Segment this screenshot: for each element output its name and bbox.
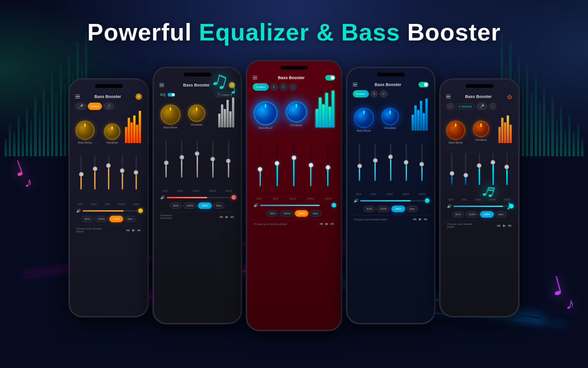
preset-160-5[interactable]: 160% <box>480 211 493 218</box>
prev-btn-2[interactable]: ⏮ <box>220 215 223 219</box>
preset-60-5[interactable]: 60% <box>452 211 464 218</box>
slider-125-2[interactable] <box>197 141 198 182</box>
vol-track-1[interactable] <box>83 210 141 212</box>
play-btn-5[interactable]: ▶ <box>503 224 506 228</box>
vol-track-2[interactable] <box>167 197 234 198</box>
prev-btn-1[interactable]: ⏮ <box>126 228 130 232</box>
preset-max-5[interactable]: Max <box>495 211 507 218</box>
virt-knob-5[interactable] <box>473 121 489 137</box>
preset-100-2[interactable]: 100% <box>183 202 197 209</box>
tab-custom-4[interactable]: Custom <box>353 90 369 98</box>
eq-toggle-2[interactable] <box>168 93 175 97</box>
next-btn-5[interactable]: ⏭ <box>508 224 512 228</box>
phone-2-spectrum <box>218 98 234 135</box>
preset-100-4[interactable]: 100% <box>377 206 390 212</box>
preset-max-4[interactable]: Max <box>407 206 418 212</box>
preset-160-2[interactable]: 160% <box>198 202 211 209</box>
custom-dropdown-2[interactable]: 🎵 Custom ▾ <box>215 92 234 97</box>
freq-31-2: 31HZ <box>162 190 168 192</box>
tab-custom-3[interactable]: Custom <box>253 83 269 91</box>
phone-5-player: Choose your favorite player ⏮ ▶ ⏭ <box>444 220 514 230</box>
vol-track-3[interactable] <box>260 205 334 206</box>
tab-dance-1[interactable]: Dance <box>88 103 102 110</box>
preset-160-1[interactable]: 160% <box>109 216 123 222</box>
tab-arr-3[interactable]: ↓ <box>289 83 297 91</box>
tab-music-1[interactable]: 🎵 <box>103 103 114 110</box>
slider-31-3[interactable] <box>260 145 261 186</box>
next-btn-2[interactable]: ⏭ <box>231 215 234 219</box>
virt-knob-4[interactable] <box>381 108 399 125</box>
slider-250-1[interactable] <box>122 155 123 196</box>
preset-100-1[interactable]: 100% <box>95 216 108 222</box>
tab-mic-5[interactable]: 🎤 <box>476 103 487 110</box>
virt-knob-2[interactable] <box>188 104 205 122</box>
preset-max-3[interactable]: Max <box>310 210 321 217</box>
tab-mic-1[interactable]: 🎤 <box>75 103 86 110</box>
phone-5-knobs: Bass Boost Virtualizer <box>446 121 489 144</box>
play-btn-4[interactable]: ▶ <box>419 217 422 221</box>
slider-500-5[interactable] <box>506 153 508 194</box>
knob-virt-3: Virtualizer <box>286 101 307 129</box>
preset-60-2[interactable]: 60% <box>170 202 182 209</box>
slider-500-3[interactable] <box>327 145 328 186</box>
toggle-4[interactable] <box>418 82 429 87</box>
slider-125-4[interactable] <box>390 144 391 185</box>
slider-31-2[interactable] <box>165 141 167 182</box>
slider-500-4[interactable] <box>421 144 423 185</box>
prev-btn-3[interactable]: ⏮ <box>320 222 323 226</box>
slider-250-5[interactable] <box>492 153 494 194</box>
slider-62-5[interactable] <box>465 153 466 194</box>
phone-4-tabs: Custom 8 V <box>351 90 430 98</box>
next-btn-1[interactable]: ⏭ <box>137 228 141 232</box>
tab-plus-5[interactable]: + <box>446 103 454 110</box>
tab-b-4[interactable]: 8 <box>370 90 378 98</box>
slider-62-1[interactable] <box>94 155 96 196</box>
slider-125-5[interactable] <box>479 153 480 194</box>
bass-knob-4[interactable] <box>354 108 374 128</box>
preset-160-3[interactable]: 160% <box>295 210 308 217</box>
play-btn-2[interactable]: ▶ <box>226 215 228 219</box>
phone-3: Bass Booster Custom 8 V ↓ Bass Boost <box>246 60 342 331</box>
preset-100-5[interactable]: 100% <box>465 211 479 218</box>
preset-max-1[interactable]: Max <box>124 216 136 222</box>
prev-btn-5[interactable]: ⏮ <box>497 224 501 228</box>
toggle-3[interactable] <box>325 75 335 80</box>
slider-250-2[interactable] <box>212 141 214 182</box>
slider-125-3[interactable] <box>293 145 294 186</box>
preset-60-4[interactable]: 60% <box>363 206 375 212</box>
bass-knob-5[interactable] <box>446 121 465 140</box>
slider-31-5[interactable] <box>451 153 452 194</box>
virt-knob-3[interactable] <box>286 101 307 122</box>
slider-62-4[interactable] <box>374 144 376 185</box>
slider-125-1[interactable] <box>108 155 109 196</box>
tab-down-5[interactable]: ↓ <box>489 103 497 110</box>
slider-500-2[interactable] <box>228 141 229 182</box>
slider-500-1[interactable] <box>136 155 137 196</box>
normal-badge-5[interactable]: ● Normal <box>456 104 475 109</box>
tab-b-3[interactable]: 8 <box>270 83 278 91</box>
slider-250-3[interactable] <box>310 145 311 186</box>
preset-max-2[interactable]: Max <box>213 202 225 209</box>
bass-knob-3[interactable] <box>254 101 277 125</box>
vol-track-4[interactable] <box>360 200 428 201</box>
slider-62-3[interactable] <box>277 145 278 186</box>
preset-60-1[interactable]: 60% <box>81 216 93 222</box>
slider-31-1[interactable] <box>80 155 82 196</box>
vol-track-5[interactable] <box>453 206 512 207</box>
play-btn-3[interactable]: ▶ <box>326 222 328 226</box>
tab-v-4[interactable]: V <box>379 90 388 98</box>
preset-60-3[interactable]: 60% <box>266 210 278 217</box>
preset-160-4[interactable]: 160% <box>391 206 405 212</box>
bass-knob-1[interactable] <box>75 121 95 140</box>
preset-100-3[interactable]: 100% <box>280 210 293 217</box>
slider-31-4[interactable] <box>359 144 360 185</box>
play-btn-1[interactable]: ▶ <box>132 228 135 232</box>
slider-250-4[interactable] <box>406 144 407 185</box>
tab-v-3[interactable]: V <box>279 83 288 91</box>
prev-btn-4[interactable]: ⏮ <box>413 217 417 221</box>
next-btn-4[interactable]: ⏭ <box>424 217 428 221</box>
slider-62-2[interactable] <box>181 141 182 182</box>
bass-knob-2[interactable] <box>160 104 181 125</box>
virt-knob-1[interactable] <box>104 123 120 140</box>
next-btn-3[interactable]: ⏭ <box>331 222 334 226</box>
